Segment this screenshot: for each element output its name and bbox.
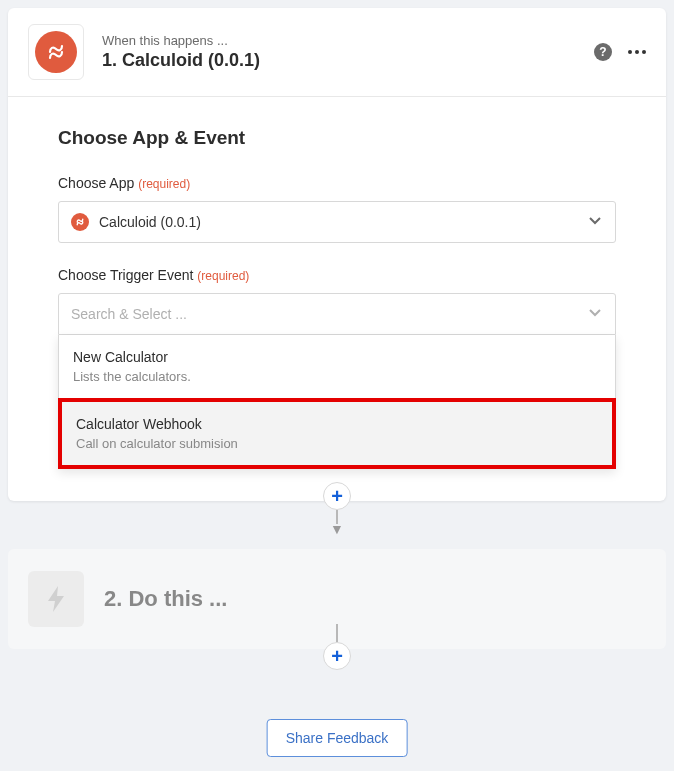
dropdown-item-title: New Calculator — [73, 349, 601, 365]
choose-event-label-text: Choose Trigger Event — [58, 267, 193, 283]
header-text: When this happens ... 1. Calculoid (0.0.… — [102, 33, 594, 71]
search-input[interactable] — [71, 306, 587, 322]
header-subtitle: When this happens ... — [102, 33, 594, 48]
choose-app-label: Choose App (required) — [58, 175, 616, 191]
card-header: When this happens ... 1. Calculoid (0.0.… — [8, 8, 666, 97]
choose-app-select[interactable]: Calculoid (0.0.1) — [58, 201, 616, 243]
bolt-icon — [28, 571, 84, 627]
dropdown-item-new-calculator[interactable]: New Calculator Lists the calculators. — [59, 335, 615, 398]
dropdown-item-desc: Call on calculator submision — [76, 436, 598, 451]
header-actions: ? — [594, 43, 646, 61]
section-title: Choose App & Event — [58, 127, 616, 149]
header-title: 1. Calculoid (0.0.1) — [102, 50, 594, 71]
app-icon-container — [28, 24, 84, 80]
chevron-down-icon — [587, 304, 603, 324]
add-step-button[interactable]: + — [323, 482, 351, 510]
dropdown-item-calculator-webhook[interactable]: Calculator Webhook Call on calculator su… — [58, 398, 616, 469]
event-dropdown: New Calculator Lists the calculators. Ca… — [58, 335, 616, 469]
add-step-button[interactable]: + — [323, 642, 351, 670]
choose-event-label: Choose Trigger Event (required) — [58, 267, 616, 283]
choose-app-value: Calculoid (0.0.1) — [99, 214, 587, 230]
dropdown-item-title: Calculator Webhook — [76, 416, 598, 432]
more-menu-icon[interactable] — [628, 50, 646, 54]
arrow-down-icon: ▼ — [330, 521, 344, 537]
required-label: (required) — [138, 177, 190, 191]
help-icon[interactable]: ? — [594, 43, 612, 61]
trigger-step-card: When this happens ... 1. Calculoid (0.0.… — [8, 8, 666, 501]
connector-line — [336, 624, 338, 642]
action-step-title: 2. Do this ... — [104, 586, 227, 612]
calculoid-icon — [71, 213, 89, 231]
card-body-wrapper: Choose App & Event Choose App (required)… — [8, 97, 666, 501]
choose-event-search[interactable] — [58, 293, 616, 335]
dropdown-item-desc: Lists the calculators. — [73, 369, 601, 384]
required-label: (required) — [197, 269, 249, 283]
share-feedback-button[interactable]: Share Feedback — [267, 719, 408, 757]
choose-app-label-text: Choose App — [58, 175, 134, 191]
chevron-down-icon — [587, 212, 603, 232]
calculoid-icon — [35, 31, 77, 73]
